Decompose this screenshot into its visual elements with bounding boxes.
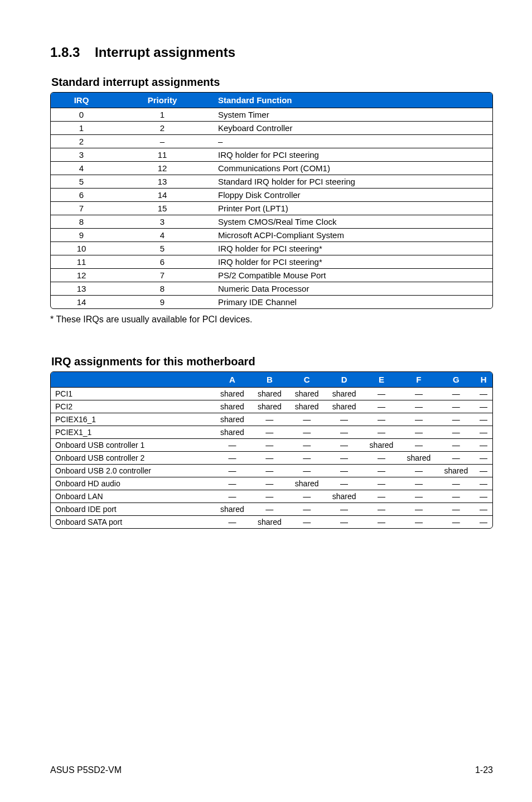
cell-irq: 11 xyxy=(51,255,112,269)
cell-value: — xyxy=(475,490,492,503)
cell-function: – xyxy=(212,135,492,148)
table-row: 83System CMOS/Real Time Clock xyxy=(51,215,492,229)
cell-priority: 8 xyxy=(112,282,212,296)
table1-col-irq: IRQ xyxy=(51,93,112,108)
cell-value: — xyxy=(363,516,400,529)
cell-label: PCIEX16_1 xyxy=(51,413,214,426)
cell-priority: 4 xyxy=(112,229,212,242)
table1-heading: Standard interrupt assignments xyxy=(51,76,493,89)
table-row: PCI2sharedsharedsharedshared———— xyxy=(51,400,492,413)
cell-function: Floppy Disk Controller xyxy=(212,189,492,202)
table1-col-function: Standard Function xyxy=(212,93,492,108)
cell-irq: 7 xyxy=(51,202,112,215)
cell-function: IRQ holder for PCI steering xyxy=(212,148,492,162)
cell-value: — xyxy=(214,516,251,529)
cell-value: — xyxy=(288,490,326,503)
cell-value: shared xyxy=(251,400,288,413)
cell-value: — xyxy=(326,465,363,477)
cell-priority: 1 xyxy=(112,108,212,122)
cell-value: — xyxy=(437,477,475,490)
cell-value: — xyxy=(363,388,400,400)
cell-irq: 4 xyxy=(51,162,112,175)
cell-label: Onboard USB 2.0 controller xyxy=(51,465,214,477)
cell-value: — xyxy=(251,413,288,426)
cell-value: — xyxy=(437,388,475,400)
cell-irq: 1 xyxy=(51,122,112,135)
cell-function: Microsoft ACPI-Compliant System xyxy=(212,229,492,242)
cell-value: shared xyxy=(288,388,326,400)
cell-label: Onboard HD audio xyxy=(51,477,214,490)
cell-value: shared xyxy=(214,400,251,413)
cell-priority: 5 xyxy=(112,242,212,255)
table2-col-b: B xyxy=(251,372,288,388)
cell-value: — xyxy=(251,490,288,503)
cell-value: — xyxy=(475,503,492,516)
cell-value: — xyxy=(251,503,288,516)
cell-value: shared xyxy=(400,452,437,465)
cell-value: — xyxy=(326,439,363,452)
cell-function: Printer Port (LPT1) xyxy=(212,202,492,215)
cell-priority: 3 xyxy=(112,215,212,229)
cell-value: — xyxy=(363,503,400,516)
table1-col-priority: Priority xyxy=(112,93,212,108)
cell-value: — xyxy=(326,426,363,439)
table-row: 715Printer Port (LPT1) xyxy=(51,202,492,215)
table-row: 116IRQ holder for PCI steering* xyxy=(51,255,492,269)
table-row: PCIEX16_1shared——————— xyxy=(51,413,492,426)
cell-value: shared xyxy=(214,413,251,426)
cell-value: — xyxy=(437,439,475,452)
cell-value: — xyxy=(251,426,288,439)
cell-label: Onboard IDE port xyxy=(51,503,214,516)
table2-col-f: F xyxy=(400,372,437,388)
cell-value: — xyxy=(437,452,475,465)
cell-value: — xyxy=(437,400,475,413)
cell-value: — xyxy=(475,516,492,529)
cell-value: shared xyxy=(288,477,326,490)
table-row: Onboard LAN———shared———— xyxy=(51,490,492,503)
cell-priority: 13 xyxy=(112,175,212,189)
cell-value: — xyxy=(437,413,475,426)
section-title: Interrupt assignments xyxy=(95,45,235,60)
cell-value: — xyxy=(251,477,288,490)
cell-value: — xyxy=(475,477,492,490)
cell-value: — xyxy=(288,465,326,477)
cell-function: IRQ holder for PCI steering* xyxy=(212,242,492,255)
cell-label: Onboard USB controller 2 xyxy=(51,452,214,465)
cell-value: — xyxy=(475,452,492,465)
table2-col-h: H xyxy=(475,372,492,388)
cell-priority: 14 xyxy=(112,189,212,202)
cell-value: — xyxy=(363,490,400,503)
cell-value: — xyxy=(326,477,363,490)
cell-label: Onboard LAN xyxy=(51,490,214,503)
footer-right: 1-23 xyxy=(475,765,493,775)
table-row: 2–– xyxy=(51,135,492,148)
cell-value: — xyxy=(326,503,363,516)
cell-irq: 2 xyxy=(51,135,112,148)
table1-footnote: * These IRQs are usually available for P… xyxy=(50,315,493,325)
cell-value: shared xyxy=(363,439,400,452)
cell-irq: 14 xyxy=(51,296,112,309)
cell-value: — xyxy=(251,465,288,477)
section-heading: 1.8.3Interrupt assignments xyxy=(50,45,493,60)
table2-col-a: A xyxy=(214,372,251,388)
cell-label: PCIEX1_1 xyxy=(51,426,214,439)
standard-interrupt-table: IRQ Priority Standard Function 01System … xyxy=(50,92,493,309)
cell-value: — xyxy=(251,439,288,452)
cell-label: PCI2 xyxy=(51,400,214,413)
cell-function: Primary IDE Channel xyxy=(212,296,492,309)
cell-value: — xyxy=(288,516,326,529)
cell-value: — xyxy=(288,439,326,452)
table2-col-c: C xyxy=(288,372,326,388)
cell-priority: 15 xyxy=(112,202,212,215)
table-row: 105IRQ holder for PCI steering* xyxy=(51,242,492,255)
cell-function: Numeric Data Processor xyxy=(212,282,492,296)
cell-function: System Timer xyxy=(212,108,492,122)
cell-value: — xyxy=(363,477,400,490)
table-row: 138Numeric Data Processor xyxy=(51,282,492,296)
cell-irq: 3 xyxy=(51,148,112,162)
cell-priority: – xyxy=(112,135,212,148)
cell-priority: 12 xyxy=(112,162,212,175)
cell-irq: 6 xyxy=(51,189,112,202)
cell-irq: 9 xyxy=(51,229,112,242)
cell-value: — xyxy=(400,465,437,477)
